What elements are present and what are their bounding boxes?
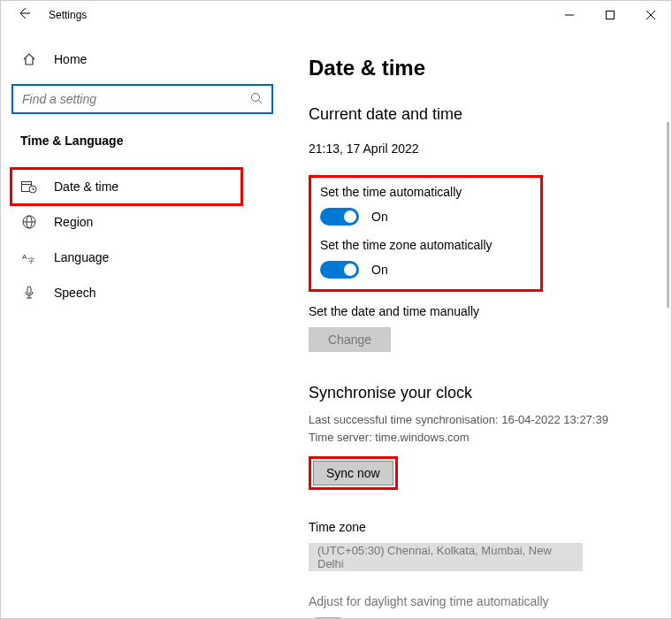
titlebar: Settings — [1, 1, 671, 29]
timezone-value: (UTC+05:30) Chennai, Kolkata, Mumbai, Ne… — [317, 544, 574, 570]
svg-rect-16 — [27, 287, 31, 294]
auto-time-label: Set the time automatically — [320, 185, 531, 199]
sync-last-text: Last successful time synchronisation: 16… — [309, 411, 659, 429]
home-icon — [20, 52, 38, 66]
svg-text:A: A — [22, 253, 27, 261]
auto-tz-state: On — [371, 263, 388, 277]
svg-line-5 — [259, 100, 263, 103]
back-button[interactable] — [17, 6, 31, 24]
current-datetime-text: 21:13, 17 April 2022 — [309, 141, 659, 156]
maximize-button[interactable] — [590, 1, 630, 29]
auto-time-toggle[interactable] — [320, 208, 359, 225]
sidebar-home-label: Home — [54, 52, 87, 66]
sync-button-highlight: Sync now — [309, 456, 398, 490]
sidebar-item-region[interactable]: Region — [11, 204, 273, 240]
svg-point-4 — [252, 93, 260, 101]
auto-settings-highlight: Set the time automatically On Set the ti… — [309, 175, 543, 292]
close-button[interactable] — [630, 1, 671, 29]
search-icon — [250, 92, 263, 107]
sync-server-text: Time server: time.windows.com — [309, 429, 659, 447]
auto-tz-label: Set the time zone automatically — [320, 238, 531, 252]
svg-rect-1 — [607, 11, 615, 19]
dst-label: Adjust for daylight saving time automati… — [309, 594, 659, 608]
sidebar-item-label: Date & time — [54, 180, 118, 194]
manual-label: Set the date and time manually — [309, 304, 659, 318]
content-area: Date & time Current date and time 21:13,… — [284, 29, 671, 618]
auto-time-state: On — [371, 210, 388, 224]
globe-icon — [20, 215, 38, 229]
sidebar-item-label: Language — [54, 250, 109, 264]
scrollbar[interactable] — [667, 122, 669, 308]
sidebar: Home Time & Language Date & time — [1, 29, 284, 618]
sync-now-button[interactable]: Sync now — [313, 461, 393, 485]
sidebar-item-date-time[interactable]: Date & time — [11, 169, 241, 204]
dst-toggle — [309, 617, 347, 618]
sidebar-item-label: Region — [54, 215, 93, 229]
section-current-datetime: Current date and time — [309, 105, 659, 124]
sidebar-item-label: Speech — [54, 286, 95, 300]
search-input[interactable] — [22, 92, 250, 106]
minimize-button[interactable] — [549, 1, 590, 29]
timezone-label: Time zone — [309, 520, 659, 534]
sidebar-item-speech[interactable]: Speech — [11, 275, 273, 310]
sidebar-item-language[interactable]: A字 Language — [11, 240, 273, 275]
timezone-select: (UTC+05:30) Chennai, Kolkata, Mumbai, Ne… — [309, 543, 583, 571]
search-box[interactable] — [11, 84, 273, 114]
sidebar-group-title: Time & Language — [11, 134, 273, 148]
page-title: Date & time — [309, 56, 659, 80]
sync-heading: Synchronise your clock — [309, 384, 659, 402]
sidebar-home[interactable]: Home — [11, 45, 273, 73]
svg-text:字: 字 — [28, 257, 34, 264]
change-button: Change — [309, 327, 391, 352]
auto-tz-toggle[interactable] — [320, 261, 359, 279]
calendar-clock-icon — [20, 180, 38, 194]
microphone-icon — [20, 286, 38, 300]
window-title: Settings — [49, 9, 87, 21]
language-icon: A字 — [20, 250, 38, 264]
